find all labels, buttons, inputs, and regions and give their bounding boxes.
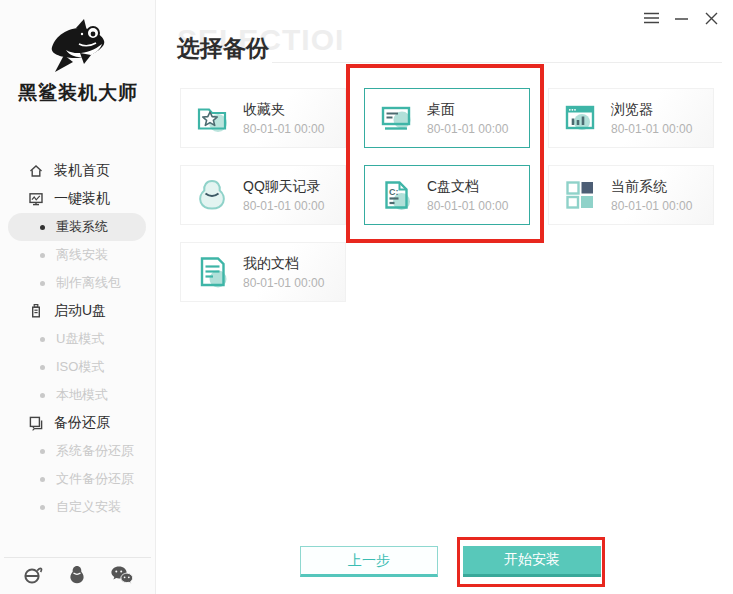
sidebar-item-label: 自定义安装 xyxy=(56,498,121,516)
start-install-button[interactable]: 开始安装 xyxy=(463,546,601,577)
card-date: 80-01-01 00:00 xyxy=(243,199,324,213)
sidebar-footer-divider xyxy=(4,557,151,558)
card-title: 当前系统 xyxy=(611,178,692,195)
my-documents-icon xyxy=(193,253,231,291)
app-window: 黑鲨装机大师 装机首页 一键装机 重装 xyxy=(0,0,733,594)
sidebar-item-system-backup-restore[interactable]: 系统备份还原 xyxy=(0,437,156,465)
sidebar-item-label: ISO模式 xyxy=(56,358,104,376)
window-controls xyxy=(643,10,720,26)
c-drive-label: C: xyxy=(389,187,399,197)
sidebar-item-label: 文件备份还原 xyxy=(56,470,134,488)
browser-icon xyxy=(561,99,599,137)
card-title: C盘文档 xyxy=(427,178,508,195)
sidebar-item-label: U盘模式 xyxy=(56,330,104,348)
sidebar-item-label: 一键装机 xyxy=(54,190,110,208)
backup-restore-icon xyxy=(28,415,44,431)
card-title: 收藏夹 xyxy=(243,101,324,118)
sidebar-item-local-mode[interactable]: 本地模式 xyxy=(0,381,156,409)
sidebar-menu: 装机首页 一键装机 重装系统 离线安装 制作离 xyxy=(0,157,156,521)
menu-icon[interactable] xyxy=(643,10,660,26)
sidebar-item-custom-install[interactable]: 自定义安装 xyxy=(0,493,156,521)
previous-step-button[interactable]: 上一步 xyxy=(300,546,438,577)
sidebar-item-usb-mode[interactable]: U盘模式 xyxy=(0,325,156,353)
favorites-folder-icon xyxy=(193,99,231,137)
sidebar-item-label: 重装系统 xyxy=(56,218,108,236)
sidebar-item-label: 本地模式 xyxy=(56,386,108,404)
backup-card-qq-chat[interactable]: QQ聊天记录 80-01-01 00:00 xyxy=(180,165,346,225)
card-title: QQ聊天记录 xyxy=(243,178,324,195)
sidebar-item-reinstall-system[interactable]: 重装系统 xyxy=(8,213,146,241)
sidebar-item-home[interactable]: 装机首页 xyxy=(0,157,156,185)
usb-drive-icon xyxy=(28,303,44,319)
sidebar-item-make-offline-pack[interactable]: 制作离线包 xyxy=(0,269,156,297)
card-date: 80-01-01 00:00 xyxy=(427,122,508,136)
sidebar-item-backup-restore[interactable]: 备份还原 xyxy=(0,409,156,437)
app-name: 黑鲨装机大师 xyxy=(0,80,156,106)
sidebar: 黑鲨装机大师 装机首页 一键装机 重装 xyxy=(0,0,156,594)
backup-card-my-documents[interactable]: 我的文档 80-01-01 00:00 xyxy=(180,242,346,302)
sidebar-item-offline-install[interactable]: 离线安装 xyxy=(0,241,156,269)
backup-card-desktop[interactable]: 桌面 80-01-01 00:00 xyxy=(364,88,530,148)
wechat-icon[interactable] xyxy=(110,564,134,586)
card-title: 我的文档 xyxy=(243,255,324,272)
sidebar-item-file-backup-restore[interactable]: 文件备份还原 xyxy=(0,465,156,493)
close-icon[interactable] xyxy=(703,10,720,26)
card-date: 80-01-01 00:00 xyxy=(243,122,324,136)
monitor-graph-icon xyxy=(28,191,44,207)
backup-card-c-drive-docs[interactable]: C: C盘文档 80-01-01 00:00 xyxy=(364,165,530,225)
bullet-icon xyxy=(40,337,45,342)
bullet-icon xyxy=(40,253,45,258)
card-date: 80-01-01 00:00 xyxy=(427,199,508,213)
card-title: 桌面 xyxy=(427,101,508,118)
app-logo: 黑鲨装机大师 xyxy=(0,16,156,106)
card-date: 80-01-01 00:00 xyxy=(611,199,692,213)
sidebar-item-iso-mode[interactable]: ISO模式 xyxy=(0,353,156,381)
card-title: 浏览器 xyxy=(611,101,692,118)
sidebar-item-label: 系统备份还原 xyxy=(56,442,134,460)
bullet-icon xyxy=(40,281,45,286)
card-date: 80-01-01 00:00 xyxy=(611,122,692,136)
bullet-icon xyxy=(40,393,45,398)
bullet-icon xyxy=(40,477,45,482)
bullet-icon xyxy=(40,225,45,230)
sidebar-item-label: 离线安装 xyxy=(56,246,108,264)
shark-logo-icon xyxy=(46,16,110,76)
page-title: 选择备份 xyxy=(177,33,269,64)
minimize-icon[interactable] xyxy=(673,10,690,26)
bullet-icon xyxy=(40,505,45,510)
card-date: 80-01-01 00:00 xyxy=(243,276,324,290)
sidebar-item-label: 装机首页 xyxy=(54,162,110,180)
title-divider xyxy=(272,62,722,63)
sidebar-item-boot-usb[interactable]: 启动U盘 xyxy=(0,297,156,325)
sidebar-item-onekey-install[interactable]: 一键装机 xyxy=(0,185,156,213)
backup-card-current-system[interactable]: 当前系统 80-01-01 00:00 xyxy=(548,165,714,225)
sidebar-item-label: 制作离线包 xyxy=(56,274,121,292)
backup-card-favorites[interactable]: 收藏夹 80-01-01 00:00 xyxy=(180,88,346,148)
bullet-icon xyxy=(40,365,45,370)
sidebar-item-label: 启动U盘 xyxy=(54,302,106,320)
sidebar-footer xyxy=(0,564,156,586)
sidebar-item-label: 备份还原 xyxy=(54,414,110,432)
current-system-icon xyxy=(561,176,599,214)
backup-card-browser[interactable]: 浏览器 80-01-01 00:00 xyxy=(548,88,714,148)
qq-icon[interactable] xyxy=(67,564,87,586)
desktop-icon xyxy=(377,99,415,137)
c-drive-doc-icon: C: xyxy=(377,176,415,214)
ie-browser-icon[interactable] xyxy=(22,564,43,586)
bullet-icon xyxy=(40,449,45,454)
backup-items-grid: 收藏夹 80-01-01 00:00 桌面 80-01-01 00:00 xyxy=(180,88,714,302)
qq-chat-icon xyxy=(193,176,231,214)
home-icon xyxy=(28,163,44,179)
